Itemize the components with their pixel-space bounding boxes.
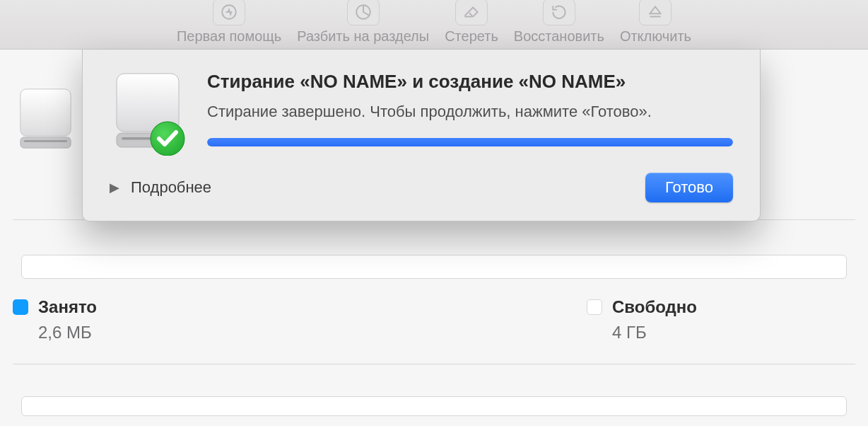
toolbar-restore[interactable]: Восстановить: [514, 0, 604, 45]
free-value: 4 ГБ: [612, 323, 855, 342]
toolbar-partition[interactable]: Разбить на разделы: [297, 0, 429, 45]
toolbar-erase[interactable]: Стереть: [445, 0, 498, 45]
details-label: Подробнее: [131, 178, 211, 197]
svg-point-0: [222, 5, 236, 19]
progress-fill: [207, 138, 733, 146]
free-label: Свободно: [612, 297, 697, 317]
window-body: Занято 2,6 МБ Свободно 4 ГБ: [0, 50, 868, 426]
done-button[interactable]: Готово: [645, 173, 733, 202]
toolbar-label: Отключить: [620, 28, 691, 45]
sheet-drive-icon: [110, 71, 187, 156]
free-swatch: [587, 299, 602, 315]
sheet-message: Стирание завершено. Чтобы продолжить, на…: [207, 103, 733, 121]
eject-icon: [639, 0, 671, 25]
restore-icon: [543, 0, 575, 25]
toolbar-label: Первая помощь: [177, 28, 281, 45]
used-value: 2,6 МБ: [38, 323, 544, 342]
erase-sheet: Стирание «NO NAME» и создание «NO NAME» …: [82, 50, 761, 221]
toolbar-label: Стереть: [445, 28, 498, 45]
progress-bar: [207, 138, 733, 146]
svg-rect-4: [24, 140, 67, 142]
bottom-info-bar: [21, 396, 847, 416]
svg-rect-3: [20, 137, 71, 148]
details-toggle[interactable]: ▶ Подробнее: [110, 178, 211, 197]
erase-icon: [455, 0, 488, 25]
usage-row: Занято 2,6 МБ Свободно 4 ГБ: [13, 297, 855, 364]
toolbar: Первая помощь Разбить на разделы Стереть…: [0, 0, 868, 50]
toolbar-unmount[interactable]: Отключить: [620, 0, 691, 45]
partition-icon: [347, 0, 380, 25]
toolbar-label: Восстановить: [514, 28, 604, 45]
usage-used: Занято 2,6 МБ: [13, 297, 544, 342]
first-aid-icon: [213, 0, 245, 25]
background-drive-icon: [16, 85, 76, 152]
toolbar-first-aid[interactable]: Первая помощь: [177, 0, 281, 45]
toolbar-label: Разбить на разделы: [297, 28, 429, 45]
sheet-title: Стирание «NO NAME» и создание «NO NAME»: [207, 71, 733, 93]
svg-rect-2: [20, 89, 71, 136]
used-swatch: [13, 299, 28, 315]
used-label: Занято: [38, 297, 97, 317]
usage-free: Свободно 4 ГБ: [587, 297, 855, 342]
capacity-bar: [21, 255, 847, 279]
disclosure-triangle-icon: ▶: [110, 180, 119, 195]
